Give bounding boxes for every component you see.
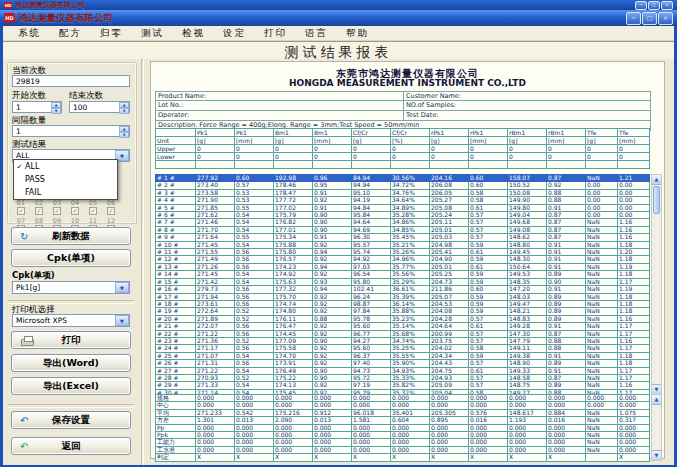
scroll-down-icon[interactable]: ▼ [652, 384, 661, 394]
menu-item[interactable]: 配方 [50, 27, 91, 40]
stepper-arrows-icon[interactable]: ▲▼ [51, 102, 61, 112]
summary-row[interactable]: 工能力0.0000.0000.0000.0000.0000.0000.0000.… [156, 439, 650, 446]
table-row[interactable]: # 27 #271.220.54176.490.9094.7334.93%204… [156, 367, 650, 374]
summary-row[interactable]: 规格0.0000.0000.0000.0000.0000.0000.0000.0… [156, 395, 650, 402]
upper-limit-row[interactable]: Upper000000000000 [156, 145, 650, 153]
table-row[interactable]: # 20 #271.890.52176.110.8895.7835.23%204… [156, 315, 650, 322]
summary-row[interactable]: 工水准0.0000.0000.0000.0000.0000.0000.0000.… [156, 446, 650, 453]
cell: 0.000 [547, 432, 586, 439]
menu-item[interactable]: 帮助 [337, 27, 378, 40]
minimize-button[interactable]: ─ [626, 12, 641, 25]
table-row[interactable]: # 19 #272.640.52174.800.9297.8435.88%204… [156, 308, 650, 315]
summary-row[interactable]: Pp0.0000.0000.0000.0000.0000.0000.0000.0… [156, 424, 650, 431]
cell: NaN [586, 234, 618, 241]
summary-row[interactable]: Ppk0.0000.0000.0000.0000.0000.0000.0000.… [156, 432, 650, 439]
table-row[interactable]: # 16 #279.730.56177.320.94102.4136.61%21… [156, 286, 650, 293]
maximize-button[interactable]: □ [642, 12, 657, 25]
cell: 0.000 [196, 402, 235, 409]
unit-row[interactable]: Unit[g][mm][g][mm][g][%][g][mm][g][mm][g… [156, 137, 650, 145]
summary-row[interactable]: 判定XXXXXXXXXXX [156, 454, 650, 461]
row-label-cell: # 3 # [156, 189, 196, 196]
table-row[interactable]: # 15 #271.420.54175.630.9395.8035.29%204… [156, 278, 650, 285]
lower-limit-row[interactable]: Lower000000000000 [156, 153, 650, 161]
minimize-button[interactable]: ─ [635, 1, 647, 10]
close-button[interactable]: × [658, 12, 673, 25]
menu-item[interactable]: 系统 [9, 27, 50, 40]
summary-scrollbar[interactable]: ▲ ▼ [651, 394, 662, 461]
scroll-up-icon[interactable]: ▲ [652, 175, 661, 185]
cpk-button[interactable]: Cpk(单项) [11, 249, 131, 267]
export-excel-button[interactable]: 导出(Excel) [11, 377, 131, 395]
table-row[interactable]: # 25 #271.070.54174.700.9296.3735.55%204… [156, 352, 650, 359]
table-row[interactable]: # 4 #271.900.53177.720.9294.1934.64%205.… [156, 197, 650, 204]
table-row[interactable]: # 24 #271.170.56175.580.9295.6035.25%204… [156, 345, 650, 352]
cell: 35.82% [391, 382, 430, 389]
cell: NaN [586, 308, 618, 315]
scroll-up-icon[interactable]: ▲ [652, 395, 661, 405]
print-button[interactable]: 打印 [11, 331, 131, 349]
table-row[interactable]: # 22 #271.220.56174.450.9296.7735.68%200… [156, 330, 650, 337]
scroll-down-icon[interactable]: ▼ [652, 450, 661, 460]
export-word-button[interactable]: 导出(Word) [11, 354, 131, 372]
current-count-input[interactable]: 29819 [12, 75, 130, 87]
cell: 0.000 [508, 432, 547, 439]
table-row[interactable]: # 8 #271.700.54177.010.9094.6934.85%205.… [156, 226, 650, 233]
start-count-stepper[interactable]: 1 ▲▼ [12, 101, 62, 113]
table-row[interactable]: # 6 #271.620.54175.790.9095.8435.28%205.… [156, 212, 650, 219]
cell: 0.000 [196, 395, 235, 402]
dropdown-option[interactable]: ✓ALL [14, 160, 117, 173]
summary-row[interactable]: 中心0.0000.0000.0000.0000.0000.0000.0000.0… [156, 402, 650, 409]
cell: 0.90 [313, 226, 352, 233]
cell: 0.000 [469, 424, 508, 431]
spacer-row[interactable] [156, 161, 650, 169]
table-row[interactable]: # 5 #271.850.55177.020.9194.8434.89%205.… [156, 204, 650, 211]
table-row[interactable]: # 10 #271.450.54175.880.9295.5735.21%204… [156, 241, 650, 248]
menu-item[interactable]: 测试 [132, 27, 173, 40]
end-count-stepper[interactable]: 100 ▲▼ [69, 101, 130, 113]
back-button[interactable]: ↶ 返回 [11, 437, 131, 455]
cell: 0.58 [469, 189, 508, 196]
table-row[interactable]: # 18 #273.610.56174.740.9298.8736.14%204… [156, 300, 650, 307]
dropdown-option[interactable]: PASS [14, 173, 117, 186]
table-row[interactable]: # 17 #271.940.56175.700.9296.2435.39%205… [156, 293, 650, 300]
save-settings-button[interactable]: ↶ 保存设置 [11, 411, 131, 429]
menu-item[interactable]: 设定 [214, 27, 255, 40]
cell: 0.54 [235, 367, 274, 374]
scrollbar-thumb[interactable] [653, 186, 660, 214]
chevron-down-icon[interactable]: ▼ [115, 315, 129, 326]
cell: 0.576 [469, 409, 508, 416]
table-row[interactable]: # 23 #271.360.52177.090.9094.2734.74%203… [156, 337, 650, 344]
stepper-arrows-icon[interactable]: ▲▼ [119, 102, 129, 112]
interval-stepper[interactable]: 1 ▲▼ [12, 125, 130, 137]
dropdown-option[interactable]: FAIL [14, 186, 117, 199]
summary-row[interactable]: 方差1.3010.0132.0900.0131.5810.6040.8950.0… [156, 417, 650, 424]
table-row[interactable]: # 11 #271.550.56175.800.9495.7435.26%205… [156, 249, 650, 256]
table-row[interactable]: # 7 #271.460.54176.820.9094.6434.86%205.… [156, 219, 650, 226]
data-scrollbar[interactable]: ▲ ▼ [651, 174, 662, 395]
table-row[interactable]: # 26 #271.310.56173.910.9297.4035.90%204… [156, 360, 650, 367]
row-label-cell: # 13 # [156, 263, 196, 270]
column-header-row[interactable]: Pk1Pk1Bm1Bm1Cf/CrCf/CrrPk1rPk1rBm1rBm1Tf… [156, 129, 650, 137]
table-row[interactable]: # 1 #277.920.60192.980.9684.9430.56%204.… [156, 175, 650, 182]
stepper-arrows-icon[interactable]: ▲▼ [119, 126, 129, 136]
summary-row[interactable]: 平均271.2330.542175.2160.91296.01835.40120… [156, 409, 650, 416]
cpk-select[interactable]: Pk1[g] ▼ [12, 281, 130, 294]
table-row[interactable]: # 3 #273.580.53178.470.9195.1034.76%206.… [156, 189, 650, 196]
maximize-button[interactable]: □ [648, 1, 660, 10]
table-row[interactable]: # 13 #271.260.56174.230.9497.0335.77%205… [156, 263, 650, 270]
table-row[interactable]: # 21 #272.070.56176.470.9295.6035.14%204… [156, 323, 650, 330]
menu-item[interactable]: 检视 [173, 27, 214, 40]
menu-item[interactable]: 归零 [91, 27, 132, 40]
chevron-down-icon[interactable]: ▼ [115, 282, 129, 293]
table-row[interactable]: # 29 #271.330.54174.130.9297.1935.82%205… [156, 382, 650, 389]
menu-item[interactable]: 语言 [296, 27, 337, 40]
printer-select[interactable]: Microsoft XPS ▼ [12, 314, 130, 327]
table-row[interactable]: # 2 #273.400.57178.460.9594.9434.72%206.… [156, 182, 650, 189]
table-row[interactable]: # 28 #270.930.52175.220.9095.7235.33%204… [156, 374, 650, 381]
table-row[interactable]: # 9 #271.640.55175.340.9196.3035.45%205.… [156, 234, 650, 241]
refresh-data-button[interactable]: ↻ 刷新数据 [11, 227, 131, 245]
menu-item[interactable]: 打印 [255, 27, 296, 40]
table-row[interactable]: # 12 #271.490.56176.570.9294.9234.96%204… [156, 256, 650, 263]
close-button[interactable]: × [661, 1, 673, 10]
table-row[interactable]: # 14 #271.450.54174.920.9296.5435.56%205… [156, 271, 650, 278]
